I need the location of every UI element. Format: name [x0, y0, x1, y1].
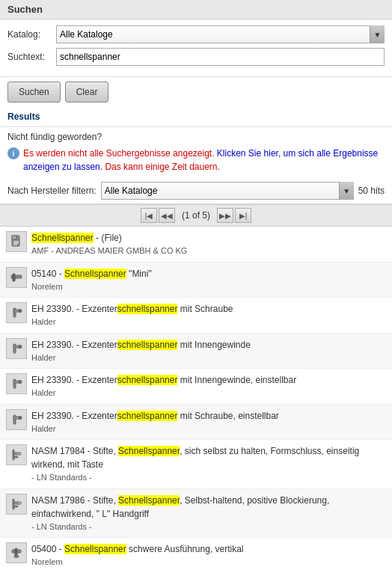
svg-rect-23 [13, 499, 14, 509]
result-manufacturer: Halder [31, 316, 386, 328]
svg-point-12 [19, 345, 22, 348]
result-title: NASM 17986 - Stifte, Schnellspanner, Sel… [31, 494, 386, 521]
svg-point-9 [19, 310, 22, 313]
svg-point-18 [19, 416, 22, 419]
list-item[interactable]: EH 23390. - Exzenterschnellspanner mit I… [0, 334, 392, 370]
list-item[interactable]: EH 23390. - Exzenterschnellspanner mit S… [0, 298, 392, 334]
search-button[interactable]: Suchen [7, 82, 61, 102]
catalog-row: Katalog: Alle Kataloge ▼ [7, 25, 385, 43]
warning-text: Es werden nicht alle Suchergebnisse ange… [23, 147, 385, 174]
clear-button[interactable]: Clear [65, 82, 109, 102]
result-title: 05140 - Schnellspanner "Mini" [31, 267, 386, 281]
list-item[interactable]: NASM 17986 - Stifte, Schnellspanner, Sel… [0, 489, 392, 539]
clamp-icon [6, 302, 27, 323]
prev-page-button[interactable]: ◀◀ [159, 208, 175, 223]
warning-text-part3: Das kann einige Zeit dauern. [105, 162, 219, 172]
list-item[interactable]: 05140 - Schnellspanner "Mini" Norelem [0, 263, 392, 298]
hits-count: 50 hits [358, 186, 385, 196]
section-title: Suchen [7, 4, 43, 15]
catalog-label: Katalog: [7, 29, 56, 40]
first-page-button[interactable]: |◀ [141, 208, 157, 223]
file-icon [6, 231, 27, 252]
result-text: EH 23390. - Exzenterschnellspanner mit S… [31, 302, 386, 328]
not-found-text: Nicht fündig geworden? [7, 132, 102, 142]
svg-point-15 [19, 381, 22, 384]
button-row: Suchen Clear [0, 77, 392, 108]
result-manufacturer: - LN Standards - [31, 521, 386, 533]
svg-rect-29 [14, 556, 19, 557]
search-text-row: Suchtext: [7, 48, 385, 66]
result-text: EH 23390. - Exzenterschnellspanner mit S… [31, 409, 386, 435]
svg-point-21 [19, 453, 21, 455]
result-title: EH 23390. - Exzenterschnellspanner mit S… [31, 302, 386, 316]
result-title: EH 23390. - Exzenterschnellspanner mit S… [31, 409, 386, 423]
svg-rect-6 [13, 274, 15, 281]
result-title: NASM 17984 - Stifte, Schnellspanner, sic… [31, 444, 386, 471]
clamp-icon [6, 373, 27, 394]
result-text: 05140 - Schnellspanner "Mini" Norelem [31, 267, 386, 293]
toggle-icon [6, 267, 27, 288]
list-item[interactable]: NASM 17984 - Stifte, Schnellspanner, sic… [0, 440, 392, 489]
catalog-select-wrapper: Alle Kataloge ▼ [56, 25, 385, 43]
result-manufacturer: Halder [31, 423, 386, 435]
result-title: EH 23390. - Exzenterschnellspanner mit I… [31, 338, 386, 352]
clamp2-icon [6, 444, 27, 465]
filter-select-wrapper: Alle Kataloge ▼ [101, 182, 354, 200]
clamp-icon [6, 338, 27, 359]
not-found-row: Nicht fündig geworden? [0, 127, 392, 145]
list-item[interactable]: 05400 - Schnellspanner schwere Ausführun… [0, 538, 392, 570]
clamp-icon [6, 409, 27, 430]
list-item[interactable]: EH 23390. - Exzenterschnellspanner mit I… [0, 369, 392, 405]
warning-row: i Es werden nicht alle Suchergebnisse an… [0, 145, 392, 178]
filter-row: Nach Hersteller filtern: Alle Kataloge ▼… [0, 178, 392, 204]
result-text: NASM 17986 - Stifte, Schnellspanner, Sel… [31, 494, 386, 533]
search-form: Katalog: Alle Kataloge ▼ Suchtext: [0, 19, 392, 77]
result-text: 05400 - Schnellspanner schwere Ausführun… [31, 542, 386, 569]
svg-point-25 [19, 502, 21, 504]
search-input[interactable] [56, 48, 385, 66]
list-item[interactable]: Schnellspanner - (File) AMF - ANDREAS MA… [0, 227, 392, 263]
info-icon: i [7, 147, 19, 159]
result-manufacturer: AMF - ANDREAS MAIER GMBH & CO KG [31, 245, 386, 257]
result-manufacturer: Norelem [31, 556, 386, 569]
warning-text-part1: Es werden nicht alle Suchergebnisse ange… [23, 148, 215, 159]
result-manufacturer: Norelem [31, 281, 386, 293]
svg-rect-26 [14, 506, 18, 507]
svg-rect-22 [14, 456, 18, 458]
next-page-button[interactable]: ▶▶ [217, 208, 233, 223]
catalog-select[interactable]: Alle Kataloge [56, 25, 385, 43]
result-text: Schnellspanner - (File) AMF - ANDREAS MA… [31, 231, 386, 257]
svg-rect-19 [13, 450, 14, 460]
result-text: NASM 17984 - Stifte, Schnellspanner, sic… [31, 444, 386, 484]
clamp2-icon [6, 494, 27, 515]
result-manufacturer: Halder [31, 352, 386, 364]
page-info: (1 of 5) [182, 210, 210, 221]
result-text: EH 23390. - Exzenterschnellspanner mit I… [31, 338, 386, 364]
result-manufacturer: - LN Standards - [31, 471, 386, 484]
search-label: Suchtext: [7, 52, 56, 62]
result-title: EH 23390. - Exzenterschnellspanner mit I… [31, 373, 386, 387]
toggle2-icon [6, 542, 27, 563]
results-list: Schnellspanner - (File) AMF - ANDREAS MA… [0, 227, 392, 570]
results-label: Results [0, 108, 392, 127]
result-text: EH 23390. - Exzenterschnellspanner mit I… [31, 373, 386, 399]
filter-select[interactable]: Alle Kataloge [101, 182, 354, 200]
svg-rect-1 [12, 236, 16, 239]
list-item[interactable]: EH 23390. - Exzenterschnellspanner mit S… [0, 405, 392, 441]
result-manufacturer: Halder [31, 387, 386, 399]
result-title: Schnellspanner - (File) [31, 231, 386, 245]
last-page-button[interactable]: ▶| [235, 208, 251, 223]
filter-label: Nach Hersteller filtern: [7, 186, 97, 196]
section-header: Suchen [0, 0, 392, 19]
top-pagination: |◀ ◀◀ (1 of 5) ▶▶ ▶| [0, 204, 392, 227]
result-title: 05400 - Schnellspanner schwere Ausführun… [31, 542, 386, 556]
